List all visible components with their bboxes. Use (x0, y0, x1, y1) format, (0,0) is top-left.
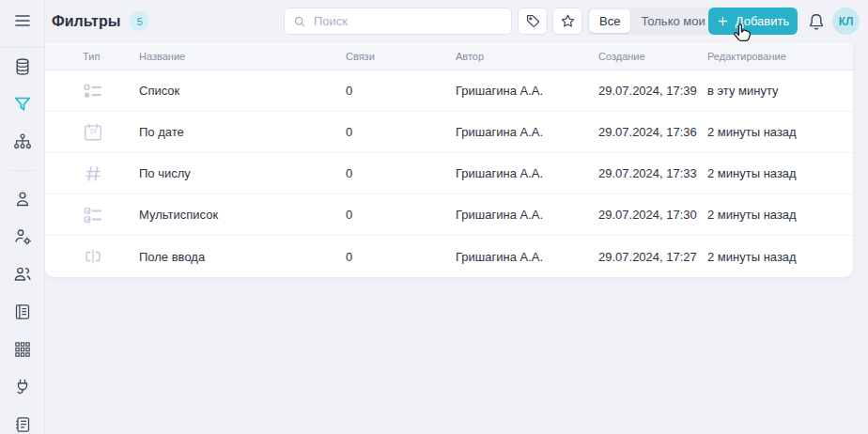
author: Гришагина А.А. (456, 125, 598, 139)
toggle-option-all[interactable]: Все (589, 9, 630, 33)
ownership-toggle: Все Только мои (587, 8, 718, 35)
sidebar-item-database[interactable] (4, 48, 41, 85)
notifications-button[interactable] (802, 8, 829, 35)
column-header: Редактирование (707, 51, 853, 62)
menu-button[interactable] (4, 2, 41, 39)
user-icon (13, 190, 32, 209)
calendar-icon: 19 (83, 122, 139, 143)
type-cell: 19 (83, 122, 139, 143)
plus-icon (717, 15, 729, 27)
links-count: 0 (346, 250, 456, 264)
edited-at: 2 минуты назад (707, 166, 853, 180)
title-wrap: Фильтры 5 (52, 0, 149, 42)
search-input[interactable] (312, 13, 503, 29)
edited-at: 2 минуты назад (707, 208, 853, 222)
sidebar (0, 0, 45, 434)
sidebar-item-users[interactable] (4, 256, 41, 293)
sidebar-item-plug[interactable] (4, 368, 41, 406)
add-button-label: Добавить (736, 14, 789, 28)
notebook-icon (13, 415, 32, 434)
count-badge: 5 (130, 11, 149, 31)
created-at: 29.07.2024, 17:30 (598, 208, 707, 222)
user-gear-icon (13, 227, 32, 246)
column-header: Связи (346, 51, 456, 62)
column-header: Тип (83, 51, 139, 62)
bell-icon (807, 12, 826, 31)
table-body: Список0Гришагина А.А.29.07.2024, 17:39в … (45, 70, 853, 277)
journal-icon (13, 302, 32, 321)
column-header: Автор (456, 51, 598, 62)
filter-name: По числу (139, 166, 346, 180)
table-row[interactable]: 19По дате0Гришагина А.А.29.07.2024, 17:3… (45, 112, 853, 153)
sidebar-item-notebook[interactable] (4, 406, 41, 434)
type-cell (83, 81, 139, 101)
sitemap-icon (13, 132, 32, 151)
sidebar-item-journal[interactable] (4, 293, 41, 331)
type-cell (83, 163, 139, 184)
created-at: 29.07.2024, 17:27 (598, 250, 707, 264)
sidebar-item-sitemap[interactable] (4, 123, 41, 161)
type-cell (83, 246, 139, 267)
plug-icon (13, 378, 32, 396)
filter-icon (13, 95, 32, 114)
grid-icon (13, 340, 32, 359)
author: Гришагина А.А. (456, 84, 598, 98)
table-row[interactable]: По числу0Гришагина А.А.29.07.2024, 17:33… (45, 153, 853, 194)
links-count: 0 (346, 84, 456, 98)
tag-icon (525, 13, 541, 29)
sidebar-item-user[interactable] (4, 180, 41, 218)
author: Гришагина А.А. (456, 208, 598, 222)
column-header: Создание (598, 51, 707, 62)
topbar: Фильтры 5 Все Только мои Добавить КЛ (45, 0, 868, 42)
search-icon (293, 15, 306, 28)
edited-at: 2 минуты назад (707, 125, 853, 139)
table-row[interactable]: Мультисписок0Гришагина А.А.29.07.2024, 1… (45, 194, 853, 236)
filters-table: ТипНазваниеСвязиАвторСозданиеРедактирова… (45, 42, 853, 277)
list-icon (83, 81, 139, 101)
edited-at: в эту минуту (707, 84, 853, 98)
multilist-icon (83, 205, 139, 225)
links-count: 0 (346, 208, 456, 222)
filter-name: Список (139, 84, 346, 98)
created-at: 29.07.2024, 17:33 (598, 166, 707, 180)
table-row[interactable]: Список0Гришагина А.А.29.07.2024, 17:39в … (45, 70, 853, 112)
hamburger-icon (13, 11, 32, 30)
links-count: 0 (346, 125, 456, 139)
favorites-button[interactable] (552, 8, 582, 35)
sidebar-item-grid[interactable] (4, 331, 41, 368)
author: Гришагина А.А. (456, 166, 598, 180)
page-title: Фильтры (52, 13, 120, 30)
edited-at: 2 минуты назад (707, 250, 853, 264)
links-count: 0 (346, 166, 456, 180)
sidebar-nav (4, 48, 41, 434)
add-button[interactable]: Добавить (708, 8, 798, 35)
filter-name: Мультисписок (139, 208, 346, 222)
users-icon (13, 265, 32, 284)
sidebar-item-filter[interactable] (4, 85, 41, 123)
tags-button[interactable] (518, 8, 548, 35)
table-row[interactable]: Поле ввода0Гришагина А.А.29.07.2024, 17:… (45, 236, 853, 277)
avatar[interactable]: КЛ (832, 8, 860, 35)
sidebar-divider (10, 170, 35, 171)
database-icon (13, 57, 32, 76)
filter-name: Поле ввода (139, 250, 346, 264)
sidebar-item-user-gear[interactable] (4, 218, 41, 256)
filter-name: По дате (139, 125, 346, 139)
star-icon (560, 13, 576, 29)
type-cell (83, 205, 139, 225)
search-box (284, 8, 512, 35)
author: Гришагина А.А. (456, 250, 598, 264)
column-header: Название (139, 51, 346, 62)
table-header-row: ТипНазваниеСвязиАвторСозданиеРедактирова… (45, 42, 853, 70)
svg-text:19: 19 (89, 128, 97, 134)
created-at: 29.07.2024, 17:39 (598, 84, 707, 98)
toggle-option-mine[interactable]: Только мои (630, 9, 715, 33)
created-at: 29.07.2024, 17:36 (598, 125, 707, 139)
number-icon (83, 163, 139, 184)
input-icon (83, 246, 139, 267)
